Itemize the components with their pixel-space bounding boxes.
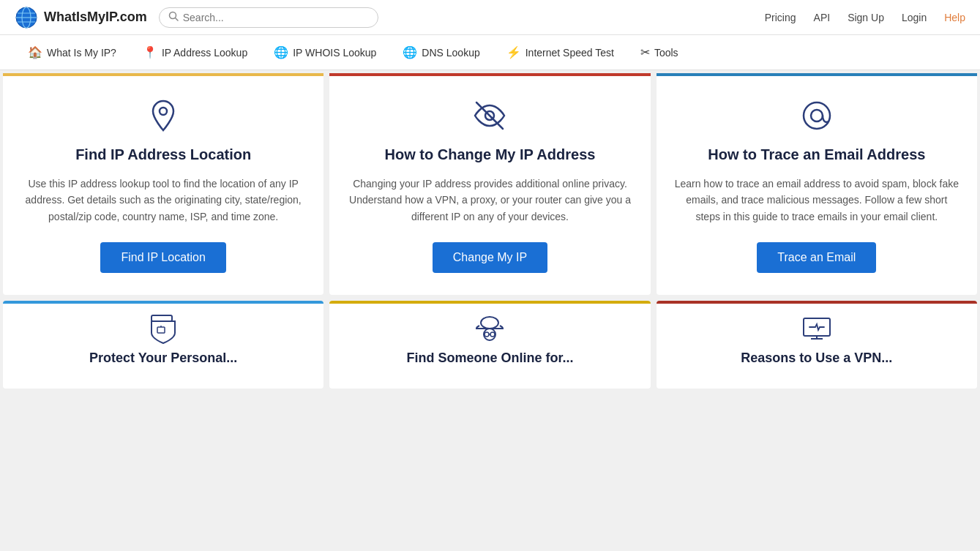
search-icon: [168, 11, 179, 24]
pricing-link[interactable]: Pricing: [765, 12, 796, 23]
logo-text: WhatIsMyIP.com: [44, 10, 147, 25]
logo-area[interactable]: WhatIsMyIP.com: [15, 6, 147, 29]
nav-item-tools[interactable]: ✂ Tools: [627, 35, 692, 70]
tools-icon: ✂: [640, 45, 650, 59]
location-pin-icon: [143, 95, 184, 136]
card-border-trace-email: [657, 73, 977, 76]
card-description-find-ip: Use this IP address lookup tool to find …: [20, 176, 306, 225]
pin-icon: 📍: [143, 45, 157, 59]
card-reasons-vpn: Reasons to Use a VPN...: [657, 301, 977, 389]
card-title-reasons-vpn: Reasons to Use a VPN...: [741, 351, 892, 366]
change-my-ip-button[interactable]: Change My IP: [433, 242, 547, 273]
nav-label-dns-lookup: DNS Lookup: [422, 47, 479, 59]
card-wrapper-find-ip: Find IP Address Location Use this IP add…: [0, 70, 326, 298]
card-border-find-ip: [3, 73, 323, 76]
card-change-my-ip: How to Change My IP Address Changing you…: [329, 73, 650, 295]
api-link[interactable]: API: [814, 12, 831, 23]
globe-icon: 🌐: [274, 45, 288, 59]
signup-link[interactable]: Sign Up: [848, 12, 884, 23]
card-wrapper-trace-email: How to Trace an Email Address Learn how …: [654, 70, 980, 298]
login-link[interactable]: Login: [902, 12, 927, 23]
svg-point-17: [485, 332, 489, 337]
eye-slash-icon: [469, 95, 510, 136]
nav-item-ip-address-lookup[interactable]: 📍 IP Address Lookup: [130, 35, 261, 70]
help-link[interactable]: Help: [944, 12, 965, 23]
main-content: Find IP Address Location Use this IP add…: [0, 70, 980, 391]
card-title-find-someone: Find Someone Online for...: [406, 351, 573, 366]
svg-point-7: [160, 108, 167, 115]
svg-point-15: [481, 317, 498, 329]
svg-rect-20: [804, 318, 830, 336]
nav-label-tools: Tools: [654, 47, 678, 59]
nav-label-what-is-my-ip: What Is My IP?: [47, 47, 116, 59]
nav-item-ip-whois-lookup[interactable]: 🌐 IP WHOIS Lookup: [261, 35, 389, 70]
top-cards-row: Find IP Address Location Use this IP add…: [0, 70, 980, 298]
nav-item-dns-lookup[interactable]: 🌐 DNS Lookup: [389, 35, 493, 70]
nav-item-what-is-my-ip[interactable]: 🏠 What Is My IP?: [15, 35, 130, 70]
svg-point-18: [490, 332, 495, 337]
svg-point-10: [804, 102, 830, 129]
trace-email-button[interactable]: Trace an Email: [757, 242, 876, 273]
svg-rect-12: [152, 315, 172, 321]
spy-icon: [474, 312, 506, 345]
card-title-change-ip: How to Change My IP Address: [385, 145, 596, 164]
top-nav-links: Pricing API Sign Up Login Help: [765, 12, 965, 23]
svg-point-11: [811, 110, 823, 121]
card-title-protect: Protect Your Personal...: [89, 351, 237, 366]
svg-line-6: [175, 18, 178, 20]
card-description-trace-email: Learn how to trace an email address to a…: [674, 176, 960, 225]
logo-globe-icon: [15, 6, 38, 29]
find-ip-location-button[interactable]: Find IP Location: [100, 242, 225, 273]
shield-icon: [147, 312, 179, 345]
nav-label-speed-test: Internet Speed Test: [525, 47, 614, 59]
nav-label-ip-whois-lookup: IP WHOIS Lookup: [293, 47, 376, 59]
card-description-change-ip: Changing your IP address provides additi…: [347, 176, 632, 225]
speed-icon: ⚡: [506, 45, 521, 59]
card-find-ip-location: Find IP Address Location Use this IP add…: [3, 73, 323, 295]
home-icon: 🏠: [28, 45, 42, 59]
search-input[interactable]: [183, 12, 369, 23]
globe2-icon: 🌐: [403, 45, 417, 59]
nav-label-ip-address-lookup: IP Address Lookup: [162, 47, 247, 59]
card-protect-personal: Protect Your Personal...: [3, 301, 323, 389]
card-wrapper-change-ip: How to Change My IP Address Changing you…: [326, 70, 653, 298]
second-navigation: 🏠 What Is My IP? 📍 IP Address Lookup 🌐 I…: [0, 35, 980, 70]
card-title-find-ip: Find IP Address Location: [75, 145, 251, 164]
card-find-someone: Find Someone Online for...: [329, 301, 650, 389]
card-border-change-ip: [329, 73, 650, 76]
card-title-trace-email: How to Trace an Email Address: [708, 145, 925, 164]
svg-line-9: [476, 102, 503, 129]
card-border-vpn: [657, 301, 977, 304]
card-border-find-someone: [329, 301, 650, 304]
vpn-icon: [801, 312, 833, 345]
svg-rect-13: [157, 327, 165, 333]
card-border-protect: [3, 301, 323, 304]
card-trace-email: How to Trace an Email Address Learn how …: [657, 73, 977, 295]
nav-item-speed-test[interactable]: ⚡ Internet Speed Test: [493, 35, 627, 70]
bottom-cards-row: Protect Your Personal... Find Someone On…: [0, 298, 980, 391]
at-sign-icon: [796, 95, 837, 136]
top-navigation: WhatIsMyIP.com Pricing API Sign Up Login…: [0, 0, 980, 35]
search-bar[interactable]: [159, 7, 378, 28]
